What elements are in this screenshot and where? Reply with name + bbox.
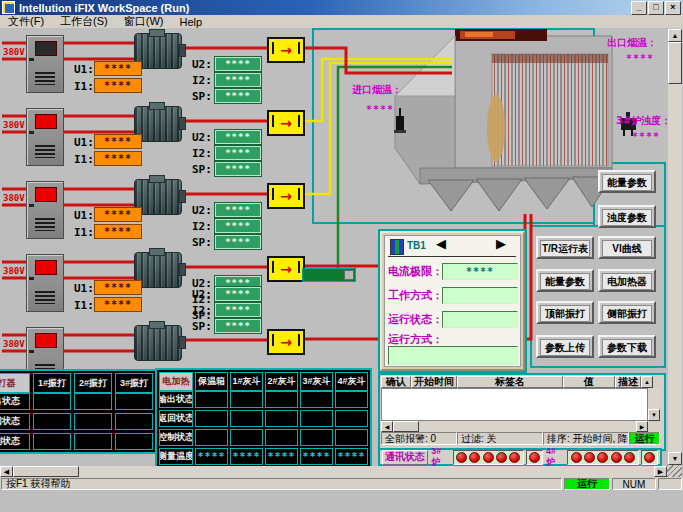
control-cabinet[interactable] — [26, 181, 64, 239]
comm-dot-single — [641, 450, 658, 465]
breaker-switch[interactable]: → — [267, 110, 305, 136]
status-cell — [195, 410, 228, 427]
cabinet-handle — [29, 277, 34, 280]
side-rapping-button[interactable]: 侧部振打 — [598, 301, 656, 324]
cabinet-vents — [35, 218, 55, 231]
transformer-rectifier[interactable] — [134, 325, 182, 361]
menu-item-0[interactable]: 文件(F) — [0, 14, 52, 29]
alarm-hscroll-left[interactable]: ◀ — [381, 421, 393, 432]
tb-field-label: 工作方式： — [388, 288, 443, 303]
menu-item-1[interactable]: 工作台(S) — [52, 14, 116, 29]
vscroll-down-button[interactable]: ▼ — [668, 452, 682, 465]
vscroll-up-button[interactable]: ▲ — [668, 29, 682, 42]
tr-set-icon — [390, 239, 404, 255]
button-label: 侧部振打 — [602, 305, 652, 322]
status-cell — [74, 393, 112, 410]
cabinet-handle — [29, 131, 34, 134]
heater-status-table: 电加热保温箱1#灰斗2#灰斗3#灰斗4#灰斗输出状态返回状态控制状态测量温度**… — [155, 368, 372, 469]
status-cell — [300, 429, 333, 446]
status-run-indicator: 运行 — [564, 478, 610, 490]
alarm-scroll-up[interactable]: ▲ — [641, 376, 653, 388]
vscroll-thumb[interactable] — [668, 42, 682, 84]
sp-label: SP: — [192, 320, 212, 333]
comm-status-dot — [483, 452, 494, 463]
status-num-lock: NUM — [612, 478, 656, 490]
breaker-switch[interactable]: → — [267, 183, 305, 209]
status-cell: **** — [335, 448, 368, 465]
alarm-list-body[interactable] — [381, 388, 648, 421]
table-title: 振打器 — [0, 373, 30, 393]
breaker-switch[interactable]: → — [267, 256, 305, 282]
sp-value: **** — [215, 235, 261, 249]
i2-label: I2: — [192, 74, 212, 87]
energy-params-2-button[interactable]: 能量参数 — [536, 269, 594, 292]
tb-field-label: 电流极限： — [388, 264, 443, 279]
i2-value: **** — [215, 146, 261, 160]
hscroll-right-button[interactable]: ▶ — [654, 466, 667, 477]
alarm-run-state: 运行 — [629, 432, 660, 445]
params-upload-button[interactable]: 参数上传 — [536, 335, 594, 358]
alarm-hscroll-track[interactable] — [419, 421, 636, 432]
hscroll-left-button[interactable]: ◀ — [0, 466, 13, 477]
row-header: 输出状态 — [0, 393, 30, 410]
breaker-switch[interactable]: → — [267, 329, 305, 355]
control-cabinet[interactable] — [26, 254, 64, 312]
u1-label: U1: — [74, 209, 94, 222]
prev-tr-button[interactable]: ◀ — [436, 237, 446, 250]
menu-bar: 文件(F)工作台(S)窗口(W)Help — [0, 15, 683, 29]
alarm-summary-panel: 确认开始时间标签名值描述▲▼◀▶全部报警: 0过滤: 关排序: 开始时间, 降序… — [378, 373, 666, 451]
table-title: 电加热 — [159, 372, 193, 391]
alarm-scroll-down[interactable]: ▼ — [648, 409, 660, 421]
alarm-hscroll-right[interactable]: ▶ — [636, 421, 648, 432]
u2-label: U2: — [192, 131, 212, 144]
tb-field-value — [442, 287, 518, 304]
electric-heater-button[interactable]: 电加热器 — [598, 269, 656, 292]
alarm-column-header[interactable]: 确认 — [381, 376, 411, 388]
control-cabinet[interactable] — [26, 35, 64, 93]
alarm-vscroll-track[interactable] — [648, 388, 660, 409]
tb-field-value: **** — [442, 263, 518, 280]
control-cabinet[interactable] — [26, 108, 64, 166]
alarm-filter: 过滤: 关 — [457, 432, 543, 445]
energy-params-button[interactable]: 能量参数 — [598, 170, 656, 193]
comm-status-dot — [496, 452, 507, 463]
alarm-column-header[interactable]: 描述 — [615, 376, 641, 388]
minimize-button[interactable]: _ — [631, 1, 647, 15]
button-label: 能量参数 — [540, 273, 590, 290]
turbidity-params-button[interactable]: 浊度参数 — [598, 205, 656, 228]
breaker-switch[interactable]: → — [267, 37, 305, 63]
i1-value: **** — [94, 78, 142, 93]
comm-status-dot — [529, 452, 540, 463]
comm-status-strip: 通讯状态3#炉4#炉 — [378, 448, 662, 466]
restore-button[interactable]: □ — [648, 1, 664, 15]
hscroll-thumb[interactable] — [13, 466, 79, 477]
hscroll-track[interactable] — [13, 466, 654, 477]
alarm-hscroll-thumb[interactable] — [393, 421, 419, 432]
u1-value: **** — [94, 280, 142, 295]
sp-label: SP: — [192, 236, 212, 249]
alarm-column-header[interactable]: 值 — [563, 376, 615, 388]
cabinet-handle — [29, 350, 34, 353]
comm-status-dot — [584, 452, 595, 463]
u2-value: **** — [215, 203, 261, 217]
comm-status-dot — [456, 452, 467, 463]
status-cell — [74, 433, 112, 450]
params-download-button[interactable]: 参数下载 — [598, 335, 656, 358]
alarm-column-header[interactable]: 开始时间 — [411, 376, 457, 388]
menu-item-3[interactable]: Help — [171, 16, 210, 28]
alarm-column-header[interactable]: 标签名 — [457, 376, 563, 388]
rapper-status-table: 振打器1#振打2#振打3#振打输出状态返回状态控制状态 — [0, 369, 157, 454]
next-tr-button[interactable]: ▶ — [496, 237, 506, 250]
comm-status-dot — [611, 452, 622, 463]
button-label: 能量参数 — [602, 174, 652, 191]
close-button[interactable]: × — [665, 1, 681, 15]
vi-curve-button[interactable]: VI曲线 — [598, 236, 656, 259]
column-header: 保温箱 — [195, 372, 228, 391]
top-rapping-button[interactable]: 顶部振打 — [536, 301, 594, 324]
status-cell — [265, 410, 298, 427]
voltage-label: 380V — [3, 266, 25, 276]
i1-label: I1: — [74, 80, 94, 93]
vscroll-track[interactable] — [668, 42, 682, 452]
tr-run-table-button[interactable]: T/R运行表 — [536, 236, 594, 259]
menu-item-2[interactable]: 窗口(W) — [116, 14, 172, 29]
